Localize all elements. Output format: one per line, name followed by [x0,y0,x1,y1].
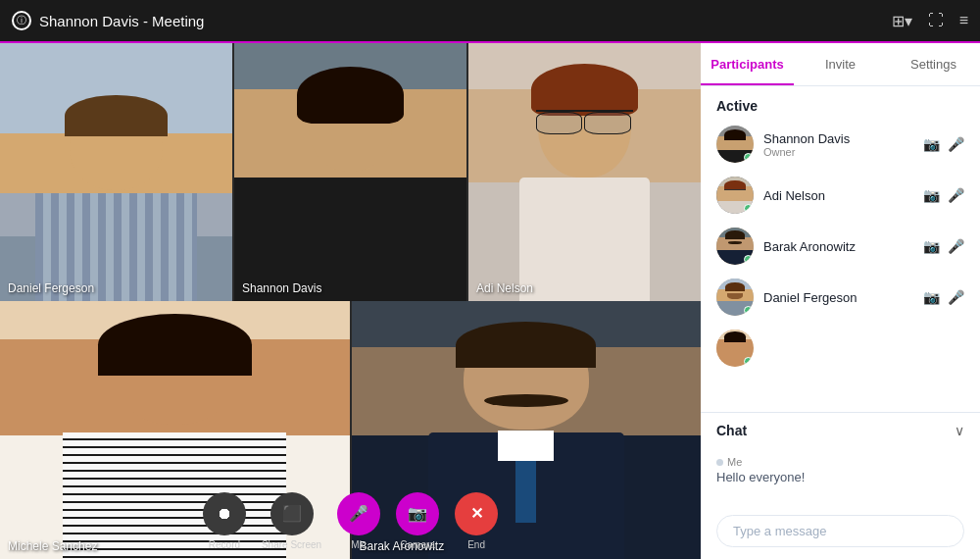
participant-item-michele-partial [716,330,964,367]
sidebar-tabs: Participants Invite Settings [701,43,980,86]
daniel-video [0,43,232,301]
daniel-online-dot [744,306,753,315]
record-icon: ⏺ [217,505,232,523]
video-cell-daniel: Daniel Fergeson [0,43,232,301]
chat-text-0: Hello everyone! [716,470,964,484]
chat-input-area [701,507,980,559]
tab-invite[interactable]: Invite [794,43,887,85]
participant-item-daniel: Daniel Fergeson 📷 🎤 [716,279,964,316]
chat-messages: Me Hello everyone! [701,448,980,507]
participant-role-shannon: Owner [763,146,913,158]
chat-input-wrapper [716,515,964,547]
adi-video [468,43,701,301]
share-icon-circle: ⬛ [270,492,314,535]
camera-button[interactable]: 📷 Camera [396,492,439,550]
adi-online-dot [744,204,753,213]
share-screen-button[interactable]: ⬛ Share Screen [262,492,321,550]
adi-mic-icon: 🎤 [948,187,964,203]
avatar-daniel [716,279,754,316]
meeting-title-area: ⓘ Shannon Davis - Meeting [12,11,204,30]
participant-controls-adi: 📷 🎤 [923,187,964,203]
shannon-online-dot [744,153,753,162]
participant-controls-daniel: 📷 🎤 [923,289,964,305]
record-button[interactable]: ⏺ Record [203,492,246,550]
participant-name-daniel: Daniel Fergeson [763,290,913,305]
end-call-icon: ✕ [470,504,483,523]
avatar-barak [716,228,754,265]
chat-sender-0: Me [716,456,964,468]
michele-online-dot [744,357,753,366]
chat-message-0: Me Hello everyone! [716,456,964,484]
active-section-label: Active [716,98,964,114]
avatar-michele-partial [716,330,754,367]
record-icon-circle: ⏺ [203,492,246,535]
expand-icon[interactable]: ⛶ [928,12,944,29]
share-screen-icon: ⬛ [282,504,302,523]
barak-video-icon: 📷 [923,238,940,254]
tab-settings[interactable]: Settings [887,43,980,85]
participant-controls-barak: 📷 🎤 [923,238,964,254]
grid-view-icon[interactable]: ⊞▾ [892,12,912,30]
avatar-shannon [716,126,754,163]
shannon-video [234,43,466,301]
participant-name-barak: Barak Aronowitz [763,239,913,254]
end-call-button[interactable]: ✕ End [455,492,498,550]
participant-info-adi: Adi Nelson [763,188,913,203]
participant-info-shannon: Shannon Davis Owner [763,131,913,158]
chat-input[interactable] [733,524,948,538]
participants-content: Active Shannon Davis Owner 📷 [701,86,980,412]
bottom-controls: ⏺ Record ⬛ Share Screen 🎤 Mic [0,490,701,559]
video-cell-adi: Adi Nelson [468,43,701,301]
top-bar: ⓘ Shannon Davis - Meeting ⊞▾ ⛶ ≡ [0,0,980,43]
chat-header[interactable]: Chat ∨ [701,413,980,448]
main-content: Daniel Fergeson Shannon Davis [0,43,980,559]
participant-name-shannon: Shannon Davis [763,131,913,146]
share-screen-label: Share Screen [262,539,321,550]
record-label: Record [209,539,240,550]
barak-mic-icon: 🎤 [948,238,964,254]
mic-icon: 🎤 [349,504,368,523]
video-top-row: Daniel Fergeson Shannon Davis [0,43,701,301]
shannon-video-icon: 📷 [923,136,940,152]
participant-item-barak: Barak Aronowitz 📷 🎤 [716,228,964,265]
participant-info-barak: Barak Aronowitz [763,239,913,254]
participant-item-adi: Adi Nelson 📷 🎤 [716,177,964,214]
camera-icon-circle: 📷 [396,492,439,535]
video-label-shannon: Shannon Davis [242,281,321,295]
daniel-video-icon: 📷 [923,289,940,305]
end-call-icon-circle: ✕ [455,492,498,535]
chat-title: Chat [716,423,747,438]
chat-section: Chat ∨ Me Hello everyone! [701,412,980,559]
participant-name-adi: Adi Nelson [763,188,913,203]
video-cell-shannon: Shannon Davis [234,43,466,301]
mic-label: Mic [351,539,367,550]
more-options-icon[interactable]: ≡ [959,12,968,29]
meeting-title: Shannon Davis - Meeting [39,13,204,29]
shannon-mic-icon: 🎤 [948,136,964,152]
avatar-adi [716,177,754,214]
mic-button[interactable]: 🎤 Mic [337,492,380,550]
sender-dot-0 [716,459,723,466]
chat-collapse-icon: ∨ [955,423,964,438]
video-label-daniel: Daniel Fergeson [8,281,94,295]
top-bar-controls: ⊞▾ ⛶ ≡ [892,12,968,30]
sidebar: Participants Invite Settings Active [701,43,980,559]
camera-icon: 📷 [408,504,427,523]
participant-controls-shannon: 📷 🎤 [923,136,964,152]
mic-icon-circle: 🎤 [337,492,380,535]
video-label-adi: Adi Nelson [476,281,533,295]
participant-item-shannon: Shannon Davis Owner 📷 🎤 [716,126,964,163]
daniel-mic-icon: 🎤 [948,289,964,305]
end-call-label: End [467,539,485,550]
tab-participants[interactable]: Participants [701,43,794,85]
camera-label: Camera [400,539,435,550]
barak-online-dot [744,255,753,264]
video-area: Daniel Fergeson Shannon Davis [0,43,701,559]
adi-video-icon: 📷 [923,187,940,203]
meeting-icon: ⓘ [12,11,31,30]
participant-info-daniel: Daniel Fergeson [763,290,913,305]
